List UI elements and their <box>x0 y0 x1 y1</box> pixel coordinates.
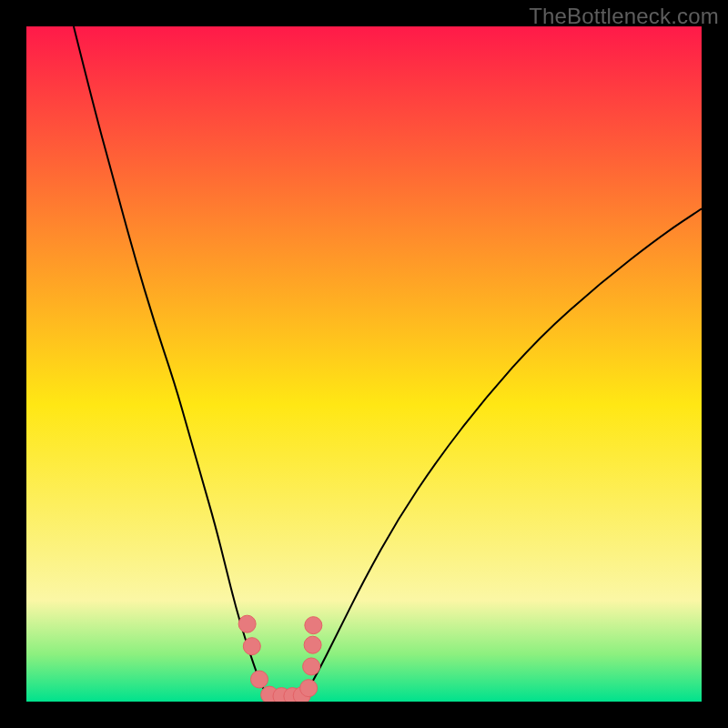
chart-svg <box>26 26 702 702</box>
data-marker <box>243 638 260 655</box>
data-marker <box>303 658 320 675</box>
watermark-text: TheBottleneck.com <box>529 4 719 29</box>
gradient-background <box>26 26 702 702</box>
data-marker <box>304 636 321 653</box>
data-marker <box>250 671 268 688</box>
data-marker <box>238 615 256 632</box>
chart-frame: TheBottleneck.com <box>0 0 728 728</box>
data-marker <box>305 617 322 634</box>
data-marker <box>300 680 318 697</box>
plot-area <box>26 26 702 702</box>
